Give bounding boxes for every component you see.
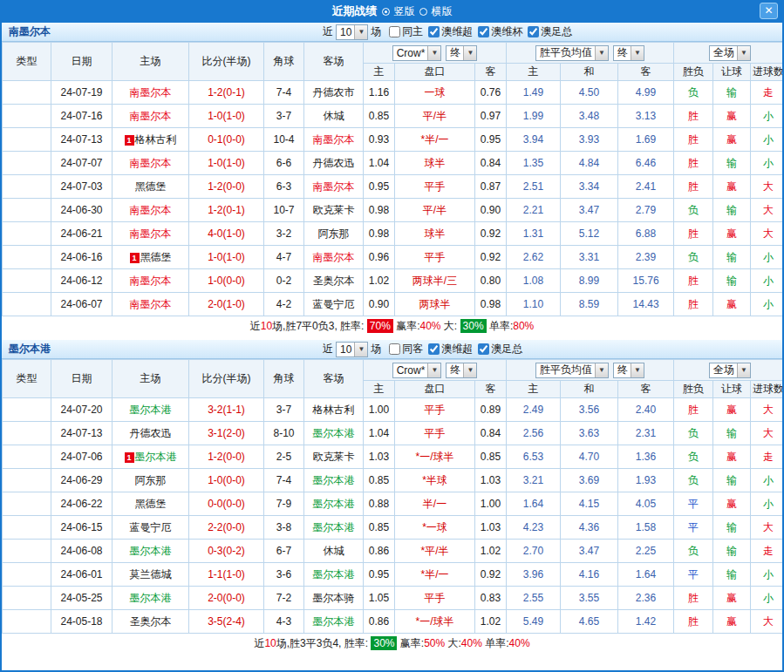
team-strip: 南墨尔本 近 10▼ 场 同主澳维超澳维杯澳足总 — [2, 23, 782, 42]
asia-handicap: 两球半/三 — [395, 269, 475, 293]
goals-result-cell: 大 — [751, 222, 784, 246]
goals-result-cell: 大 — [751, 199, 784, 222]
radio-horizontal[interactable] — [419, 8, 427, 16]
euro-time-select[interactable]: 终▼ — [613, 363, 644, 378]
euro-time-select[interactable]: 终▼ — [613, 45, 644, 61]
euro-draw-odds: 3.69 — [561, 469, 618, 492]
team-label: 南墨尔本 — [130, 204, 172, 216]
match-date: 24-06-08 — [51, 540, 112, 563]
close-button[interactable]: ✕ — [760, 3, 778, 19]
col-score: 比分(半场) — [189, 360, 264, 398]
match-row: 澳维超 24-06-22 黑德堡 0-0(0-0) 7-9 墨尔本港 0.88 … — [3, 492, 784, 516]
result-cell: 负 — [674, 199, 713, 222]
asia-home-odds: 1.04 — [364, 152, 395, 175]
asia-home-odds: 0.98 — [364, 222, 395, 246]
asia-home-odds: 0.93 — [364, 128, 395, 152]
radio-horizontal-label[interactable]: 横版 — [432, 4, 453, 19]
asia-time-select[interactable]: 终▼ — [446, 363, 477, 378]
scope-select[interactable]: 全场▼ — [709, 45, 751, 61]
checkbox-input[interactable] — [389, 26, 400, 37]
result-cell: 胜 — [674, 105, 713, 128]
corner-count: 3-7 — [264, 398, 304, 422]
col-home: 主场 — [112, 360, 189, 398]
home-team: 墨尔本港 — [112, 398, 189, 422]
games-label: 场 — [371, 342, 381, 356]
home-team: 圣奥尔本 — [112, 610, 189, 634]
home-team: 黑德堡 — [112, 175, 189, 199]
away-team: 南墨尔本 — [304, 128, 364, 152]
bookmaker-select[interactable]: Crow*▼ — [392, 363, 442, 378]
euro-odds-select[interactable]: 胜平负均值▼ — [535, 363, 609, 378]
asia-home-odds: 1.02 — [364, 269, 395, 293]
handicap-result-cell: 输 — [713, 516, 751, 540]
home-team: 1格林古利 — [112, 128, 189, 152]
summary-segment: 大: — [445, 637, 461, 649]
league-type-badge: 澳维超 — [3, 516, 51, 540]
league-type-badge: 澳维超 — [3, 469, 51, 492]
bookmaker-select[interactable]: Crow*▼ — [392, 45, 442, 61]
league-type-badge: 澳维超 — [3, 152, 51, 175]
checkbox-input[interactable] — [528, 26, 539, 37]
result-cell: 胜 — [674, 175, 713, 199]
match-date: 24-06-07 — [51, 293, 112, 316]
summary-line: 近10场,胜7平0负3, 胜率: 70% 赢率:40% 大: 30% 单率:80… — [2, 316, 782, 336]
goals-result-cell: 走 — [751, 81, 784, 105]
checkbox-input[interactable] — [478, 343, 489, 355]
filter-checkbox[interactable]: 澳维超 — [428, 24, 473, 39]
checkbox-input[interactable] — [428, 343, 440, 355]
asia-away-odds: 0.85 — [475, 445, 507, 469]
handicap-result-cell: 输 — [713, 469, 751, 492]
euro-home-odds: 3.94 — [507, 128, 561, 152]
asia-time-select[interactable]: 终▼ — [446, 45, 477, 61]
radio-vertical[interactable] — [382, 8, 390, 16]
checkbox-input[interactable] — [478, 26, 489, 37]
filter-checkbox[interactable]: 澳足总 — [478, 342, 522, 356]
match-score: 0-1(0-0) — [189, 128, 264, 152]
corner-count: 3-2 — [264, 222, 304, 246]
away-team: 墨尔本港 — [304, 563, 364, 587]
scope-select[interactable]: 全场▼ — [709, 363, 751, 378]
away-team: 圣奥尔本 — [304, 269, 364, 293]
team-label: 墨尔本港 — [130, 404, 172, 416]
col-corner: 角球 — [264, 360, 304, 398]
goals-result-cell: 大 — [751, 422, 784, 445]
euro-odds-select[interactable]: 胜平负均值▼ — [535, 45, 609, 61]
summary-segment: 80% — [513, 320, 534, 332]
summary-segment: 赢率: — [393, 320, 420, 332]
match-date: 24-06-16 — [51, 246, 112, 269]
asia-away-odds: 1.03 — [475, 516, 507, 540]
filter-checkbox[interactable]: 同主 — [389, 24, 423, 39]
match-score: 3-5(2-4) — [189, 610, 264, 634]
filter-checkbox[interactable]: 澳维杯 — [478, 24, 522, 39]
team-name: 墨尔本港 — [2, 342, 51, 356]
match-count-select[interactable]: 10▼ — [336, 342, 368, 357]
match-score: 1-0(1-0) — [189, 246, 264, 269]
team-label: 蓝曼宁厄 — [130, 521, 172, 533]
radio-vertical-label[interactable]: 竖版 — [394, 4, 415, 19]
team-label: 墨尔本港 — [130, 545, 172, 557]
euro-draw-odds: 4.65 — [561, 610, 618, 634]
team-label: 墨尔本骑 — [313, 592, 355, 604]
filter-checkbox[interactable]: 同客 — [389, 342, 423, 356]
filter-checkbox[interactable]: 澳足总 — [528, 24, 572, 39]
asia-handicap: *平/半 — [395, 540, 475, 563]
col-euro-away: 客 — [618, 381, 674, 398]
checkbox-input[interactable] — [428, 26, 440, 37]
match-count-select[interactable]: 10▼ — [336, 24, 368, 40]
summary-segment: 赢率: — [397, 637, 424, 649]
euro-draw-odds: 4.84 — [561, 152, 618, 175]
team-label: 丹德农迅 — [130, 427, 172, 439]
euro-away-odds: 15.76 — [618, 269, 674, 293]
col-handicap-result: 让球 — [713, 381, 751, 398]
summary-segment: 10 — [261, 320, 272, 332]
section-south-melbourne: 南墨尔本 近 10▼ 场 同主澳维超澳维杯澳足总 类型 日期 主场 比分(半场) — [2, 23, 782, 336]
col-asia-home: 主 — [364, 64, 395, 81]
col-goals: 进球数 — [751, 64, 784, 81]
checkbox-input[interactable] — [389, 343, 400, 355]
result-cell: 负 — [674, 469, 713, 492]
summary-segment: 50% — [424, 637, 445, 649]
filter-checkbox[interactable]: 澳维超 — [428, 342, 473, 356]
summary-segment: 10 — [264, 637, 276, 649]
asia-handicap: 平手 — [395, 246, 475, 269]
euro-home-odds: 2.70 — [507, 540, 561, 563]
